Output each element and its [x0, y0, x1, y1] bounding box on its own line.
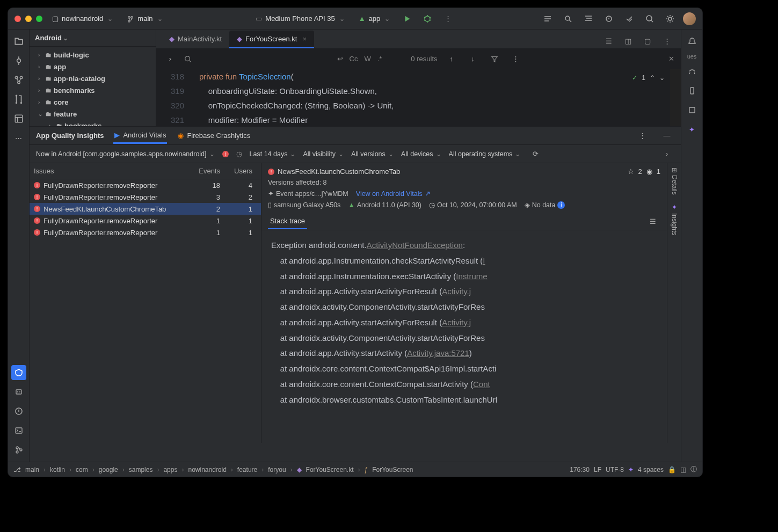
breadcrumb[interactable]: feature: [237, 466, 257, 473]
cursor-position[interactable]: 176:30: [570, 466, 590, 473]
app-quality-tool[interactable]: [11, 365, 26, 380]
aqi-options-icon[interactable]: ⋮: [635, 128, 650, 143]
tree-view-selector[interactable]: Android: [30, 30, 156, 47]
newline-toggle-icon[interactable]: ↩: [337, 55, 343, 63]
devices-select[interactable]: All devices: [401, 150, 441, 158]
aqi-minimize-icon[interactable]: —: [659, 128, 674, 143]
minimize-window[interactable]: [25, 16, 32, 22]
user-avatar[interactable]: [683, 12, 696, 25]
tree-item[interactable]: ›🖿app: [30, 61, 156, 72]
toolbar-icon-1[interactable]: [540, 11, 555, 26]
code-content[interactable]: private fun TopicSelection( onboardingUi…: [194, 69, 681, 126]
whole-word-toggle[interactable]: W: [364, 55, 370, 63]
issue-row[interactable]: !FullyDrawnReporter.removeReporter 184: [30, 179, 261, 191]
branch-selector[interactable]: main: [122, 12, 166, 25]
close-tab-icon[interactable]: ×: [302, 35, 307, 43]
line-separator[interactable]: LF: [594, 466, 601, 473]
tab-more-icon[interactable]: ⋮: [659, 33, 674, 48]
problems-tool[interactable]: [11, 404, 26, 419]
breadcrumb[interactable]: kotlin: [50, 466, 65, 473]
code-editor[interactable]: 318 319 320 321 private fun TopicSelecti…: [156, 69, 681, 126]
clock-icon[interactable]: ◷: [236, 150, 242, 158]
project-tree[interactable]: Android ›🖿build-logic ›🖿app ›🖿app-nia-ca…: [30, 30, 156, 126]
chevron-up-icon[interactable]: ⌃: [650, 72, 655, 84]
tree-item[interactable]: ›🖿core: [30, 96, 156, 108]
wrap-lines-icon[interactable]: ☰: [645, 214, 660, 229]
pull-requests-tool[interactable]: [11, 92, 26, 107]
device-manager-tool[interactable]: [685, 83, 700, 98]
maximize-window[interactable]: [36, 16, 42, 22]
days-select[interactable]: Last 14 days: [250, 150, 296, 158]
aqi-tab-vitals[interactable]: ▶ Android Vitals: [113, 128, 167, 144]
indent-setting[interactable]: 4 spaces: [638, 466, 664, 473]
info-status-icon[interactable]: ⓘ: [690, 465, 697, 474]
info-icon[interactable]: i: [557, 201, 565, 209]
stack-trace-tab[interactable]: Stack trace: [268, 214, 307, 229]
insights-side-tab[interactable]: ✦Insights: [671, 203, 678, 235]
editor-tab[interactable]: ◆ ForYouScreen.kt ×: [229, 31, 314, 48]
toolbar-icon-5[interactable]: [622, 11, 637, 26]
aqi-tab-crashlytics[interactable]: ◉ Firebase Crashlytics: [177, 128, 251, 143]
details-side-tab[interactable]: ⊞Details: [671, 167, 678, 195]
breadcrumb-root-icon[interactable]: ⎇: [13, 466, 21, 473]
editor-tab[interactable]: ◆ MainActivity.kt: [162, 31, 229, 48]
filter-icon[interactable]: [487, 52, 502, 67]
settings-button[interactable]: [663, 11, 678, 26]
project-selector[interactable]: ▢ nowinandroid: [48, 12, 117, 25]
gradle-tool[interactable]: [685, 64, 700, 79]
breadcrumb[interactable]: main: [25, 466, 39, 473]
minimap[interactable]: [670, 69, 681, 126]
refresh-icon[interactable]: ⟳: [528, 147, 543, 162]
vcs-tool[interactable]: [11, 442, 26, 457]
inspection-widget[interactable]: ✓ 1 ⌃ ⌄: [632, 72, 665, 84]
prev-match-icon[interactable]: ↑: [444, 52, 459, 67]
debug-button[interactable]: [420, 11, 435, 26]
more-tool[interactable]: ⋯: [11, 130, 26, 145]
design-view-icon[interactable]: ▢: [640, 33, 655, 48]
toolbar-icon-3[interactable]: [581, 11, 596, 26]
expand-right-icon[interactable]: ›: [659, 147, 674, 162]
more-actions-button[interactable]: ⋮: [440, 11, 455, 26]
issue-row[interactable]: !FullyDrawnReporter.removeReporter 11: [30, 227, 261, 238]
tree-item[interactable]: ›🖿app-nia-catalog: [30, 72, 156, 84]
split-view-icon[interactable]: ◫: [621, 33, 636, 48]
lock-icon[interactable]: ◫: [680, 466, 686, 473]
tree-item[interactable]: ›🖿benchmarks: [30, 84, 156, 96]
commit-tool[interactable]: [11, 53, 26, 68]
regex-toggle[interactable]: .*: [377, 55, 382, 63]
breadcrumb[interactable]: google: [99, 466, 118, 473]
device-selector[interactable]: ▭ Medium Phone API 35: [251, 12, 348, 25]
chevron-down-icon[interactable]: ⌄: [659, 72, 665, 84]
tree-item[interactable]: ›🖿bookmarks: [30, 120, 156, 126]
run-button[interactable]: [399, 11, 415, 26]
structure-tool[interactable]: [11, 72, 26, 88]
breadcrumb[interactable]: ForYouScreen.kt: [306, 466, 354, 473]
gemini-tool[interactable]: ✦: [685, 122, 700, 137]
close-find-icon[interactable]: ✕: [668, 55, 674, 63]
stack-trace[interactable]: Exception android.content.ActivityNotFou…: [261, 230, 667, 443]
breadcrumb[interactable]: nowinandroid: [188, 466, 226, 473]
versions-select[interactable]: All versions: [351, 150, 394, 158]
search-button[interactable]: [642, 11, 657, 26]
toolbar-icon-4[interactable]: [601, 11, 616, 26]
os-select[interactable]: All operating systems: [449, 150, 521, 158]
col-users[interactable]: Users: [224, 167, 257, 175]
view-vitals-link[interactable]: View on Android Vitals↗: [356, 190, 431, 198]
find-more-icon[interactable]: ⋮: [508, 52, 523, 67]
tree-item[interactable]: ›🖿build-logic: [30, 49, 156, 61]
breadcrumb[interactable]: ForYouScreen: [372, 466, 413, 473]
tree-item[interactable]: ⌄🖿feature: [30, 108, 156, 120]
close-window[interactable]: [14, 16, 21, 22]
terminal-tool[interactable]: [11, 423, 26, 438]
readonly-icon[interactable]: 🔒: [668, 466, 676, 473]
visibility-select[interactable]: All visibility: [303, 150, 343, 158]
app-select[interactable]: Now in Android [com.google.samples.apps.…: [36, 150, 215, 158]
breadcrumb[interactable]: samples: [129, 466, 153, 473]
issue-row[interactable]: !FullyDrawnReporter.removeReporter 32: [30, 191, 261, 203]
match-case-toggle[interactable]: Cc: [350, 55, 358, 63]
toolbar-icon-2[interactable]: [561, 11, 576, 26]
sparkle-icon[interactable]: ✦: [628, 466, 634, 473]
col-issues[interactable]: Issues: [34, 167, 192, 175]
breadcrumb[interactable]: foryou: [268, 466, 286, 473]
next-match-icon[interactable]: ↓: [466, 52, 481, 67]
